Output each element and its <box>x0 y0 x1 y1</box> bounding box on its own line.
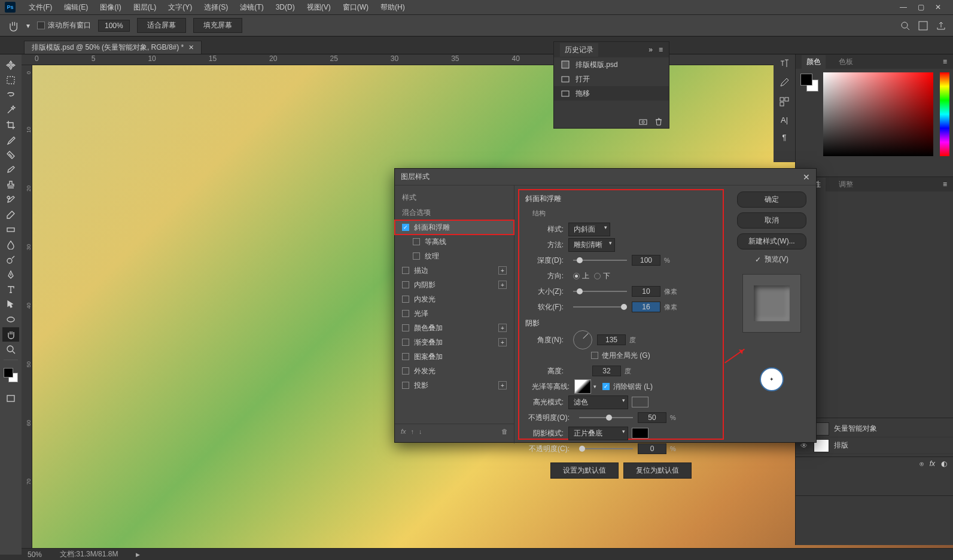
method-select[interactable]: 雕刻清晰 <box>568 238 615 252</box>
shadow-opacity-slider[interactable] <box>579 448 633 449</box>
blend-options-heading[interactable]: 混合选项 <box>395 205 514 220</box>
style-drop-shadow[interactable]: 投影+ <box>395 378 514 392</box>
highlight-mode-select[interactable]: 滤色 <box>568 395 628 409</box>
preview-checkbox[interactable]: ✓ <box>755 255 761 264</box>
healing-tool[interactable] <box>2 148 19 162</box>
style-contour[interactable]: 等高线 <box>395 235 514 249</box>
foreground-background-swatch[interactable] <box>4 368 18 382</box>
highlight-color[interactable] <box>632 397 648 407</box>
window-maximize[interactable]: ▢ <box>918 3 924 11</box>
soften-input[interactable]: 16 <box>632 302 660 312</box>
style-bevel-emboss[interactable]: ✓斜面和浮雕 <box>395 220 514 235</box>
document-tab[interactable]: 排版模版.psd @ 50% (矢量智能对象, RGB/8#) * ✕ <box>24 41 202 54</box>
menu-3d[interactable]: 3D(D) <box>270 0 301 15</box>
swatch-panel-icon[interactable] <box>779 96 790 107</box>
set-default-button[interactable]: 设置为默认值 <box>550 462 619 479</box>
shadow-color[interactable] <box>632 428 648 439</box>
zoom-value[interactable]: 100% <box>98 20 130 32</box>
style-texture[interactable]: 纹理 <box>395 249 514 263</box>
history-item-drag[interactable]: 拖移 <box>554 86 669 101</box>
type-panel-icon[interactable] <box>779 58 790 69</box>
wand-tool[interactable] <box>2 103 19 117</box>
history-chevron-icon[interactable]: » <box>648 45 653 54</box>
crop-tool[interactable] <box>2 118 19 132</box>
share-icon[interactable] <box>936 21 946 31</box>
menu-window[interactable]: 窗口(W) <box>337 0 374 15</box>
global-light-checkbox[interactable] <box>591 352 598 359</box>
altitude-input[interactable]: 32 <box>592 366 621 376</box>
stamp-tool[interactable] <box>2 178 19 192</box>
screen-mode-tool[interactable] <box>2 391 19 406</box>
new-style-button[interactable]: 新建样式(W)... <box>737 233 806 249</box>
highlight-opacity-slider[interactable] <box>579 417 633 418</box>
paragraph-panel-icon[interactable]: ¶ <box>783 133 787 142</box>
contour-picker[interactable] <box>574 379 591 394</box>
style-stroke[interactable]: 描边+ <box>395 263 514 278</box>
style-gradient-overlay[interactable]: 渐变叠加+ <box>395 335 514 349</box>
reset-default-button[interactable]: 复位为默认值 <box>623 462 692 479</box>
depth-input[interactable]: 100 <box>632 255 660 266</box>
style-select[interactable]: 内斜面 <box>568 223 610 236</box>
trash-icon[interactable]: 🗑 <box>501 428 508 435</box>
menu-view[interactable]: 视图(V) <box>301 0 337 15</box>
brush-tool[interactable] <box>2 163 19 177</box>
soften-slider[interactable] <box>573 306 627 308</box>
character-panel-icon[interactable]: A| <box>781 115 788 124</box>
direction-down-radio[interactable] <box>594 273 601 279</box>
depth-slider[interactable] <box>573 260 627 261</box>
style-color-overlay[interactable]: 颜色叠加+ <box>395 321 514 335</box>
add-drop-shadow-icon[interactable]: + <box>498 381 507 389</box>
history-panel-tab[interactable]: 历史记录 <box>560 43 598 57</box>
cancel-button[interactable]: 取消 <box>737 212 806 229</box>
layer-row[interactable]: 👁 排版 <box>796 437 953 454</box>
style-satin[interactable]: 光泽 <box>395 306 514 321</box>
pen-tool[interactable] <box>2 267 19 282</box>
shadow-mode-select[interactable]: 正片叠底 <box>568 427 628 440</box>
fx-icon[interactable]: fx <box>930 459 935 468</box>
marquee-tool[interactable] <box>2 73 19 87</box>
arrow-up-icon[interactable]: ↑ <box>411 428 415 435</box>
shape-tool[interactable] <box>2 312 19 327</box>
move-tool[interactable] <box>2 58 19 72</box>
arrow-down-icon[interactable]: ↓ <box>419 428 422 435</box>
trash-icon[interactable] <box>654 117 663 126</box>
shadow-opacity-input[interactable]: 0 <box>638 443 666 454</box>
history-item-open[interactable]: 打开 <box>554 72 669 86</box>
blur-tool[interactable] <box>2 238 19 252</box>
direction-up-radio[interactable] <box>573 273 580 279</box>
hue-slider[interactable] <box>940 72 949 156</box>
grid-icon[interactable] <box>918 21 928 31</box>
adjustments-tab[interactable]: 调整 <box>834 178 858 191</box>
tab-close-icon[interactable]: ✕ <box>188 41 194 54</box>
lasso-tool[interactable] <box>2 88 19 102</box>
add-gradient-overlay-icon[interactable]: + <box>498 338 507 346</box>
menu-edit[interactable]: 编辑(E) <box>58 0 94 15</box>
ok-button[interactable]: 确定 <box>737 191 806 208</box>
angle-input[interactable]: 135 <box>597 334 626 345</box>
highlight-opacity-input[interactable]: 50 <box>638 412 666 423</box>
menu-image[interactable]: 图像(I) <box>94 0 127 15</box>
eraser-tool[interactable] <box>2 208 19 222</box>
layer-row[interactable]: 👁 矢量智能对象 <box>796 421 953 437</box>
swatches-tab[interactable]: 色板 <box>834 55 858 69</box>
angle-dial[interactable] <box>573 330 592 349</box>
panel-menu-icon[interactable]: ≡ <box>943 57 947 66</box>
type-tool[interactable] <box>2 282 19 297</box>
window-minimize[interactable]: — <box>900 3 907 11</box>
status-docinfo[interactable]: 文档:31.3M/81.8M <box>60 549 118 559</box>
add-stroke-icon[interactable]: + <box>498 266 507 275</box>
search-icon[interactable] <box>900 21 910 31</box>
scroll-all-checkbox[interactable]: 滚动所有窗口 <box>37 20 91 31</box>
menu-layer[interactable]: 图层(L) <box>127 0 163 15</box>
menu-select[interactable]: 选择(S) <box>198 0 234 15</box>
size-input[interactable]: 10 <box>632 286 660 297</box>
menu-text[interactable]: 文字(Y) <box>162 0 198 15</box>
panel-menu-icon[interactable]: ≡ <box>943 180 947 188</box>
fit-screen-button[interactable]: 适合屏幕 <box>137 18 186 33</box>
antialias-checkbox[interactable]: ✓ <box>602 383 610 390</box>
fx-label[interactable]: fx <box>401 428 406 435</box>
path-select-tool[interactable] <box>2 297 19 312</box>
add-color-overlay-icon[interactable]: + <box>498 324 507 332</box>
hand-tool[interactable] <box>2 327 19 342</box>
add-inner-shadow-icon[interactable]: + <box>498 281 507 289</box>
